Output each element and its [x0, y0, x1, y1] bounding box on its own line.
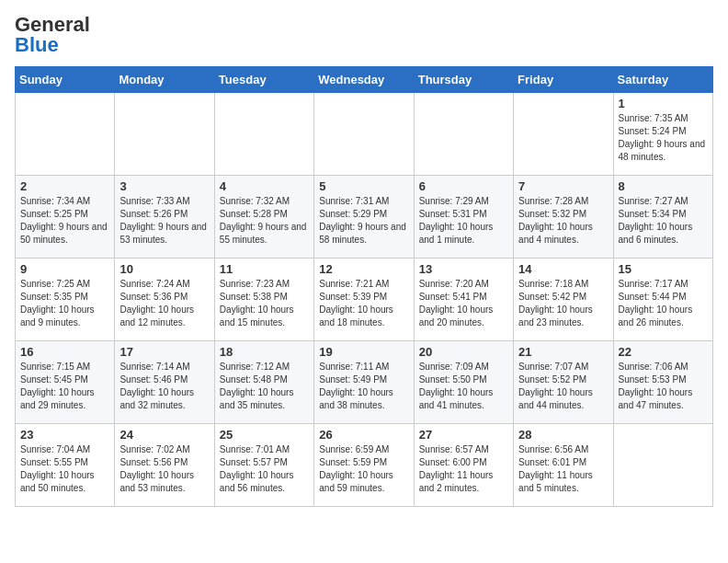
day-number: 10	[119, 262, 209, 276]
day-number: 21	[518, 345, 608, 359]
calendar-cell: 13Sunrise: 7:20 AM Sunset: 5:41 PM Dayli…	[414, 259, 513, 341]
day-number: 4	[220, 179, 309, 193]
day-info: Sunrise: 7:11 AM Sunset: 5:49 PM Dayligh…	[319, 361, 408, 412]
calendar-cell	[314, 93, 414, 176]
calendar-cell: 14Sunrise: 7:18 AM Sunset: 5:42 PM Dayli…	[514, 259, 613, 341]
day-info: Sunrise: 7:01 AM Sunset: 5:57 PM Dayligh…	[220, 443, 309, 495]
day-number: 26	[319, 428, 408, 442]
day-number: 25	[220, 428, 309, 442]
week-row-5: 23Sunrise: 7:04 AM Sunset: 5:55 PM Dayli…	[16, 424, 713, 507]
day-number: 19	[319, 345, 408, 359]
calendar-cell	[613, 424, 712, 507]
week-row-3: 9Sunrise: 7:25 AM Sunset: 5:35 PM Daylig…	[16, 259, 713, 341]
calendar-cell: 9Sunrise: 7:25 AM Sunset: 5:35 PM Daylig…	[16, 259, 115, 341]
header-row: SundayMondayTuesdayWednesdayThursdayFrid…	[16, 67, 713, 93]
day-info: Sunrise: 6:57 AM Sunset: 6:00 PM Dayligh…	[419, 443, 508, 495]
calendar-cell	[115, 93, 214, 176]
day-info: Sunrise: 6:56 AM Sunset: 6:01 PM Dayligh…	[518, 443, 608, 495]
day-number: 24	[119, 428, 209, 442]
day-number: 27	[419, 428, 508, 442]
calendar-cell: 28Sunrise: 6:56 AM Sunset: 6:01 PM Dayli…	[514, 424, 613, 507]
day-info: Sunrise: 7:09 AM Sunset: 5:50 PM Dayligh…	[419, 361, 508, 412]
page-header: General Blue	[15, 15, 713, 55]
weekday-header-friday: Friday	[514, 67, 613, 93]
day-number: 20	[419, 345, 508, 359]
day-info: Sunrise: 7:28 AM Sunset: 5:32 PM Dayligh…	[518, 195, 608, 247]
day-info: Sunrise: 7:32 AM Sunset: 5:28 PM Dayligh…	[220, 195, 309, 247]
calendar-cell: 25Sunrise: 7:01 AM Sunset: 5:57 PM Dayli…	[214, 424, 313, 507]
logo-text: General Blue	[15, 15, 90, 55]
calendar-cell: 20Sunrise: 7:09 AM Sunset: 5:50 PM Dayli…	[414, 341, 513, 424]
day-info: Sunrise: 7:29 AM Sunset: 5:31 PM Dayligh…	[419, 195, 508, 247]
calendar-cell: 11Sunrise: 7:23 AM Sunset: 5:38 PM Dayli…	[214, 259, 313, 341]
calendar-cell: 18Sunrise: 7:12 AM Sunset: 5:48 PM Dayli…	[214, 341, 313, 424]
day-info: Sunrise: 7:27 AM Sunset: 5:34 PM Dayligh…	[619, 195, 708, 247]
day-number: 16	[20, 345, 109, 359]
calendar-cell: 5Sunrise: 7:31 AM Sunset: 5:29 PM Daylig…	[314, 176, 414, 259]
calendar-cell: 7Sunrise: 7:28 AM Sunset: 5:32 PM Daylig…	[514, 176, 613, 259]
day-number: 1	[619, 97, 708, 110]
day-info: Sunrise: 7:24 AM Sunset: 5:36 PM Dayligh…	[119, 278, 209, 329]
day-number: 22	[619, 345, 708, 359]
day-number: 7	[518, 179, 608, 193]
day-number: 2	[20, 179, 109, 193]
day-info: Sunrise: 7:06 AM Sunset: 5:53 PM Dayligh…	[619, 361, 708, 412]
day-number: 15	[619, 262, 708, 276]
calendar-cell: 17Sunrise: 7:14 AM Sunset: 5:46 PM Dayli…	[115, 341, 214, 424]
calendar-cell: 8Sunrise: 7:27 AM Sunset: 5:34 PM Daylig…	[613, 176, 712, 259]
week-row-4: 16Sunrise: 7:15 AM Sunset: 5:45 PM Dayli…	[16, 341, 713, 424]
day-info: Sunrise: 7:18 AM Sunset: 5:42 PM Dayligh…	[518, 278, 608, 329]
day-info: Sunrise: 7:20 AM Sunset: 5:41 PM Dayligh…	[419, 278, 508, 329]
calendar-cell	[214, 93, 313, 176]
day-info: Sunrise: 7:23 AM Sunset: 5:38 PM Dayligh…	[220, 278, 309, 329]
day-number: 8	[619, 179, 708, 193]
calendar-cell	[16, 93, 115, 176]
weekday-header-monday: Monday	[115, 67, 214, 93]
day-number: 23	[20, 428, 109, 442]
weekday-header-saturday: Saturday	[613, 67, 712, 93]
day-info: Sunrise: 7:04 AM Sunset: 5:55 PM Dayligh…	[20, 443, 109, 495]
day-info: Sunrise: 7:02 AM Sunset: 5:56 PM Dayligh…	[119, 443, 209, 495]
day-info: Sunrise: 7:21 AM Sunset: 5:39 PM Dayligh…	[319, 278, 408, 329]
calendar-cell: 15Sunrise: 7:17 AM Sunset: 5:44 PM Dayli…	[613, 259, 712, 341]
day-number: 13	[419, 262, 508, 276]
calendar-cell: 10Sunrise: 7:24 AM Sunset: 5:36 PM Dayli…	[115, 259, 214, 341]
calendar-cell: 19Sunrise: 7:11 AM Sunset: 5:49 PM Dayli…	[314, 341, 414, 424]
day-number: 3	[119, 179, 209, 193]
calendar-cell: 23Sunrise: 7:04 AM Sunset: 5:55 PM Dayli…	[16, 424, 115, 507]
calendar-cell: 12Sunrise: 7:21 AM Sunset: 5:39 PM Dayli…	[314, 259, 414, 341]
day-info: Sunrise: 7:07 AM Sunset: 5:52 PM Dayligh…	[518, 361, 608, 412]
weekday-header-thursday: Thursday	[414, 67, 513, 93]
day-info: Sunrise: 7:25 AM Sunset: 5:35 PM Dayligh…	[20, 278, 109, 329]
day-number: 12	[319, 262, 408, 276]
weekday-header-wednesday: Wednesday	[314, 67, 414, 93]
weekday-header-tuesday: Tuesday	[214, 67, 313, 93]
logo-blue: Blue	[15, 33, 59, 56]
calendar-table: SundayMondayTuesdayWednesdayThursdayFrid…	[15, 66, 713, 507]
calendar-cell: 21Sunrise: 7:07 AM Sunset: 5:52 PM Dayli…	[514, 341, 613, 424]
week-row-2: 2Sunrise: 7:34 AM Sunset: 5:25 PM Daylig…	[16, 176, 713, 259]
calendar-cell: 26Sunrise: 6:59 AM Sunset: 5:59 PM Dayli…	[314, 424, 414, 507]
day-info: Sunrise: 7:17 AM Sunset: 5:44 PM Dayligh…	[619, 278, 708, 329]
day-info: Sunrise: 7:12 AM Sunset: 5:48 PM Dayligh…	[220, 361, 309, 412]
day-info: Sunrise: 7:14 AM Sunset: 5:46 PM Dayligh…	[119, 361, 209, 412]
day-info: Sunrise: 7:35 AM Sunset: 5:24 PM Dayligh…	[619, 112, 708, 164]
day-number: 5	[319, 179, 408, 193]
day-info: Sunrise: 7:33 AM Sunset: 5:26 PM Dayligh…	[119, 195, 209, 247]
day-number: 14	[518, 262, 608, 276]
day-info: Sunrise: 6:59 AM Sunset: 5:59 PM Dayligh…	[319, 443, 408, 495]
calendar-cell: 16Sunrise: 7:15 AM Sunset: 5:45 PM Dayli…	[16, 341, 115, 424]
week-row-1: 1Sunrise: 7:35 AM Sunset: 5:24 PM Daylig…	[16, 93, 713, 176]
day-info: Sunrise: 7:31 AM Sunset: 5:29 PM Dayligh…	[319, 195, 408, 247]
logo: General Blue	[15, 15, 90, 55]
day-number: 17	[119, 345, 209, 359]
day-info: Sunrise: 7:15 AM Sunset: 5:45 PM Dayligh…	[20, 361, 109, 412]
day-number: 11	[220, 262, 309, 276]
calendar-cell: 2Sunrise: 7:34 AM Sunset: 5:25 PM Daylig…	[16, 176, 115, 259]
weekday-header-sunday: Sunday	[16, 67, 115, 93]
calendar-cell: 4Sunrise: 7:32 AM Sunset: 5:28 PM Daylig…	[214, 176, 313, 259]
calendar-cell: 3Sunrise: 7:33 AM Sunset: 5:26 PM Daylig…	[115, 176, 214, 259]
calendar-cell: 1Sunrise: 7:35 AM Sunset: 5:24 PM Daylig…	[613, 93, 712, 176]
day-info: Sunrise: 7:34 AM Sunset: 5:25 PM Dayligh…	[20, 195, 109, 247]
day-number: 9	[20, 262, 109, 276]
